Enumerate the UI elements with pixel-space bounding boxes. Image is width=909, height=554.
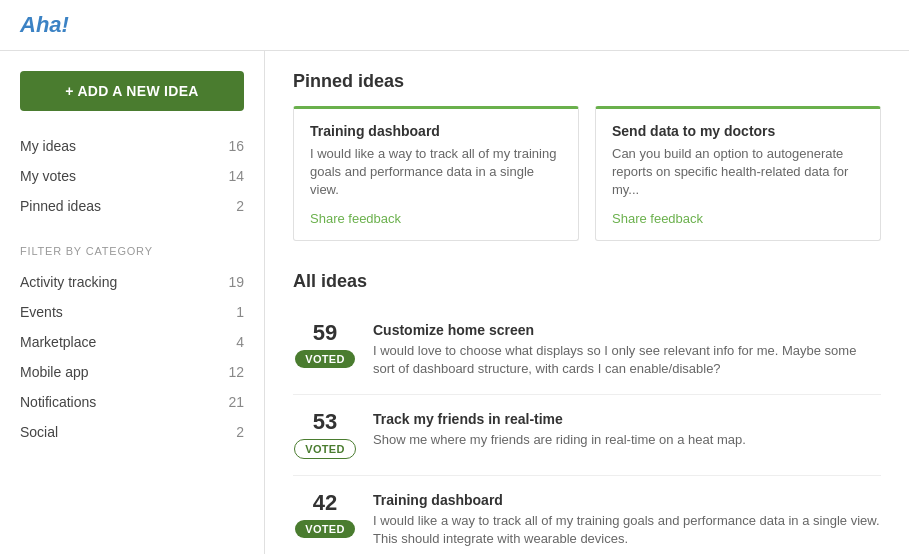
voted-badge[interactable]: VOTED bbox=[295, 350, 354, 368]
category-count: 2 bbox=[236, 424, 244, 440]
category-list: Activity tracking 19 Events 1 Marketplac… bbox=[20, 267, 244, 447]
nav-item-count: 2 bbox=[236, 198, 244, 214]
idea-row-0: 59 VOTED Customize home screen I would l… bbox=[293, 306, 881, 395]
nav-item-label: My votes bbox=[20, 168, 76, 184]
category-count: 4 bbox=[236, 334, 244, 350]
pinned-card-0: Training dashboard I would like a way to… bbox=[293, 106, 579, 241]
idea-content: Customize home screen I would love to ch… bbox=[373, 322, 881, 378]
nav-item-my-votes[interactable]: My votes 14 bbox=[20, 161, 244, 191]
nav-item-label: My ideas bbox=[20, 138, 76, 154]
category-item-events[interactable]: Events 1 bbox=[20, 297, 244, 327]
idea-title: Customize home screen bbox=[373, 322, 881, 338]
category-count: 1 bbox=[236, 304, 244, 320]
category-label: Events bbox=[20, 304, 63, 320]
pinned-section-title: Pinned ideas bbox=[293, 71, 881, 92]
header: Aha! bbox=[0, 0, 909, 51]
vote-section: 42 VOTED bbox=[293, 492, 357, 538]
vote-count: 42 bbox=[313, 492, 337, 514]
category-label: Social bbox=[20, 424, 58, 440]
vote-section: 53 VOTED bbox=[293, 411, 357, 459]
nav-list: My ideas 16 My votes 14 Pinned ideas 2 bbox=[20, 131, 244, 221]
pinned-card-desc: I would like a way to track all of my tr… bbox=[310, 145, 562, 200]
category-label: Activity tracking bbox=[20, 274, 117, 290]
share-feedback-link[interactable]: Share feedback bbox=[310, 211, 401, 226]
filter-by-category-label: FILTER BY CATEGORY bbox=[20, 245, 244, 257]
category-label: Marketplace bbox=[20, 334, 96, 350]
voted-badge[interactable]: VOTED bbox=[294, 439, 355, 459]
main-layout: + ADD A NEW IDEA My ideas 16 My votes 14… bbox=[0, 51, 909, 554]
idea-description: Show me where my friends are riding in r… bbox=[373, 431, 881, 449]
category-label: Notifications bbox=[20, 394, 96, 410]
pinned-card-title: Send data to my doctors bbox=[612, 123, 864, 139]
idea-content: Training dashboard I would like a way to… bbox=[373, 492, 881, 548]
category-item-notifications[interactable]: Notifications 21 bbox=[20, 387, 244, 417]
category-item-activity-tracking[interactable]: Activity tracking 19 bbox=[20, 267, 244, 297]
idea-row-1: 53 VOTED Track my friends in real-time S… bbox=[293, 395, 881, 476]
idea-description: I would love to choose what displays so … bbox=[373, 342, 881, 378]
category-item-mobile-app[interactable]: Mobile app 12 bbox=[20, 357, 244, 387]
category-item-marketplace[interactable]: Marketplace 4 bbox=[20, 327, 244, 357]
vote-count: 59 bbox=[313, 322, 337, 344]
content-area: Pinned ideas Training dashboard I would … bbox=[265, 51, 909, 554]
nav-item-label: Pinned ideas bbox=[20, 198, 101, 214]
all-ideas-section-title: All ideas bbox=[293, 271, 881, 292]
pinned-card-1: Send data to my doctors Can you build an… bbox=[595, 106, 881, 241]
nav-item-count: 14 bbox=[228, 168, 244, 184]
category-label: Mobile app bbox=[20, 364, 89, 380]
logo: Aha! bbox=[20, 12, 69, 37]
idea-row-2: 42 VOTED Training dashboard I would like… bbox=[293, 476, 881, 554]
share-feedback-link[interactable]: Share feedback bbox=[612, 211, 703, 226]
vote-count: 53 bbox=[313, 411, 337, 433]
nav-item-count: 16 bbox=[228, 138, 244, 154]
pinned-card-title: Training dashboard bbox=[310, 123, 562, 139]
vote-section: 59 VOTED bbox=[293, 322, 357, 368]
nav-item-pinned-ideas[interactable]: Pinned ideas 2 bbox=[20, 191, 244, 221]
nav-item-my-ideas[interactable]: My ideas 16 bbox=[20, 131, 244, 161]
category-count: 12 bbox=[228, 364, 244, 380]
idea-description: I would like a way to track all of my tr… bbox=[373, 512, 881, 548]
all-ideas-list: 59 VOTED Customize home screen I would l… bbox=[293, 306, 881, 554]
add-idea-button[interactable]: + ADD A NEW IDEA bbox=[20, 71, 244, 111]
idea-title: Track my friends in real-time bbox=[373, 411, 881, 427]
pinned-card-desc: Can you build an option to autogenerate … bbox=[612, 145, 864, 200]
voted-badge[interactable]: VOTED bbox=[295, 520, 354, 538]
category-item-social[interactable]: Social 2 bbox=[20, 417, 244, 447]
sidebar: + ADD A NEW IDEA My ideas 16 My votes 14… bbox=[0, 51, 265, 554]
pinned-ideas-grid: Training dashboard I would like a way to… bbox=[293, 106, 881, 241]
category-count: 19 bbox=[228, 274, 244, 290]
category-count: 21 bbox=[228, 394, 244, 410]
idea-content: Track my friends in real-time Show me wh… bbox=[373, 411, 881, 449]
idea-title: Training dashboard bbox=[373, 492, 881, 508]
